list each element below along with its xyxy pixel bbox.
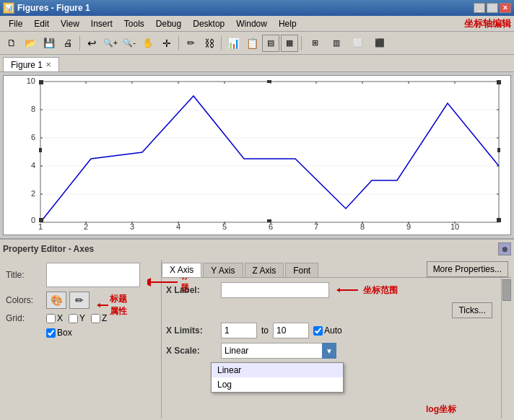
maximize-button[interactable]: □ — [487, 3, 498, 13]
xscale-row: X Scale: Linear Log ▼ — [166, 343, 507, 359]
box-row: Box — [46, 328, 158, 338]
insert-legend-btn[interactable]: 📋 — [243, 35, 261, 52]
property-editor-body: Title: 标题 Colors: 🎨 — [3, 260, 511, 419]
xscale-label: X Scale: — [166, 346, 217, 356]
menu-bar: File Edit View Insert Tools Debug Deskto… — [0, 16, 514, 32]
xscale-select-container: Linear Log ▼ — [221, 343, 336, 359]
svg-rect-0 — [40, 82, 499, 222]
menu-edit[interactable]: Edit — [28, 17, 55, 30]
xlabel-input[interactable] — [221, 282, 329, 298]
dock-btn[interactable]: ⬛ — [370, 35, 390, 52]
to-label: to — [261, 325, 269, 336]
plot-svg: 10 8 6 4 2 0 1 2 3 4 5 6 7 8 9 10 — [4, 76, 510, 235]
menu-items: File Edit View Insert Tools Debug Deskto… — [3, 17, 302, 30]
scale-dropdown: Linear Log — [211, 362, 344, 393]
xlimits-label: X Limits: — [166, 325, 217, 336]
crosshair-button[interactable]: ✛ — [158, 35, 175, 52]
grid-y-checkbox[interactable] — [69, 314, 78, 323]
auto-checkbox[interactable] — [313, 326, 323, 336]
box-checkbox[interactable] — [46, 328, 56, 338]
sep3 — [221, 36, 222, 51]
scroll-track[interactable] — [501, 278, 511, 419]
grid-2x2-btn[interactable]: ⊞ — [305, 35, 325, 52]
menu-file[interactable]: File — [3, 17, 28, 30]
xlabel-annotation: 坐标范围 — [363, 284, 398, 297]
xscale-select[interactable]: Linear Log — [221, 343, 336, 359]
svg-text:4: 4 — [31, 161, 35, 170]
svg-rect-52 — [267, 219, 271, 222]
menu-tools[interactable]: Tools — [118, 17, 150, 30]
colors-annotation: 标题属性 — [110, 293, 128, 318]
xlimits-to[interactable] — [273, 323, 309, 338]
pan-button[interactable]: ✋ — [139, 35, 157, 52]
grid-y-item: Y — [69, 313, 85, 323]
title-input[interactable] — [46, 263, 140, 287]
sep4 — [301, 36, 302, 51]
log-annotation-area: log坐标 — [426, 403, 456, 416]
window-title: Figures - Figure 1 — [17, 3, 90, 13]
z-axis-tab[interactable]: Z Axis — [245, 263, 284, 277]
grid-full-btn[interactable]: ⬜ — [348, 35, 368, 52]
svg-text:0: 0 — [31, 216, 35, 224]
figure-tab-label: Figure 1 — [11, 60, 43, 70]
grid-x-checkbox[interactable] — [46, 314, 56, 323]
xlimits-from[interactable] — [221, 323, 257, 338]
menu-desktop[interactable]: Desktop — [187, 17, 230, 30]
svg-rect-50 — [497, 218, 501, 222]
svg-rect-54 — [497, 148, 500, 152]
left-panel: Title: 标题 Colors: 🎨 — [3, 260, 162, 419]
svg-text:1: 1 — [38, 222, 43, 231]
save-button[interactable]: 💾 — [40, 35, 58, 52]
ticks-button[interactable]: Ticks... — [452, 302, 492, 318]
open-button[interactable]: 📂 — [22, 35, 39, 52]
collapse-icon[interactable]: ⊗ — [498, 242, 511, 255]
auto-label: Auto — [324, 325, 342, 336]
fg-color-swatch[interactable]: ✏ — [69, 292, 90, 309]
x-axis-tab[interactable]: X Axis — [162, 263, 201, 277]
print-button[interactable]: 🖨 — [59, 35, 77, 52]
close-button[interactable]: ✕ — [500, 3, 511, 13]
menu-help[interactable]: Help — [273, 17, 302, 30]
undo-button[interactable]: ↩ — [83, 35, 100, 52]
axis-content: X Label: 坐标范围 Ticks... — [162, 278, 511, 419]
link-button[interactable]: ⛓ — [201, 35, 218, 52]
svg-text:10: 10 — [27, 76, 35, 85]
figure-tab-close[interactable]: ✕ — [45, 61, 51, 69]
title-bar-left: 📊 Figures - Figure 1 — [3, 2, 90, 14]
new-button[interactable]: 🗋 — [3, 35, 20, 52]
grid-1x2-btn[interactable]: ▥ — [326, 35, 347, 52]
y-axis-tab[interactable]: Y Axis — [203, 263, 243, 277]
dropdown-linear[interactable]: Linear — [212, 363, 343, 377]
plot-container[interactable]: 10 8 6 4 2 0 1 2 3 4 5 6 7 8 9 10 — [3, 75, 511, 235]
property-editor: Property Editor - Axes ⊗ Title: 标题 — [0, 238, 514, 420]
more-properties-button[interactable]: More Properties... — [427, 261, 508, 277]
colors-arrow — [97, 299, 108, 311]
property-editor-title: Property Editor - Axes — [3, 244, 94, 254]
sep1 — [79, 36, 80, 51]
font-tab[interactable]: Font — [285, 263, 318, 277]
zoom-out-button[interactable]: 🔍- — [121, 35, 138, 52]
title-bar: 📊 Figures - Figure 1 _ □ ✕ — [0, 0, 514, 16]
grid-y-label: Y — [79, 313, 85, 323]
bg-color-swatch[interactable]: 🎨 — [46, 292, 66, 309]
scroll-thumb[interactable] — [502, 279, 511, 301]
menu-annotation: 坐标轴编辑 — [464, 17, 511, 30]
minimize-button[interactable]: _ — [474, 3, 485, 13]
brush-button[interactable]: ✏ — [182, 35, 199, 52]
title-bar-buttons[interactable]: _ □ ✕ — [474, 3, 511, 13]
svg-rect-49 — [39, 218, 43, 222]
zoom-in-button[interactable]: 🔍+ — [102, 35, 119, 52]
tab-bar: Figure 1 ✕ — [0, 55, 514, 72]
menu-window[interactable]: Window — [230, 17, 273, 30]
menu-view[interactable]: View — [55, 17, 85, 30]
dropdown-log[interactable]: Log — [212, 377, 343, 392]
insert-colorbar-btn[interactable]: 📊 — [225, 35, 242, 52]
svg-text:8: 8 — [31, 105, 35, 113]
figure-tab[interactable]: Figure 1 ✕ — [3, 57, 59, 71]
menu-insert[interactable]: Insert — [85, 17, 118, 30]
menu-debug[interactable]: Debug — [150, 17, 187, 30]
square2-btn[interactable]: ▦ — [281, 35, 298, 52]
square1-btn[interactable]: ▤ — [262, 35, 279, 52]
xlabel-row: X Label: 坐标范围 — [166, 282, 507, 298]
figure-area: 10 8 6 4 2 0 1 2 3 4 5 6 7 8 9 10 — [0, 72, 514, 238]
